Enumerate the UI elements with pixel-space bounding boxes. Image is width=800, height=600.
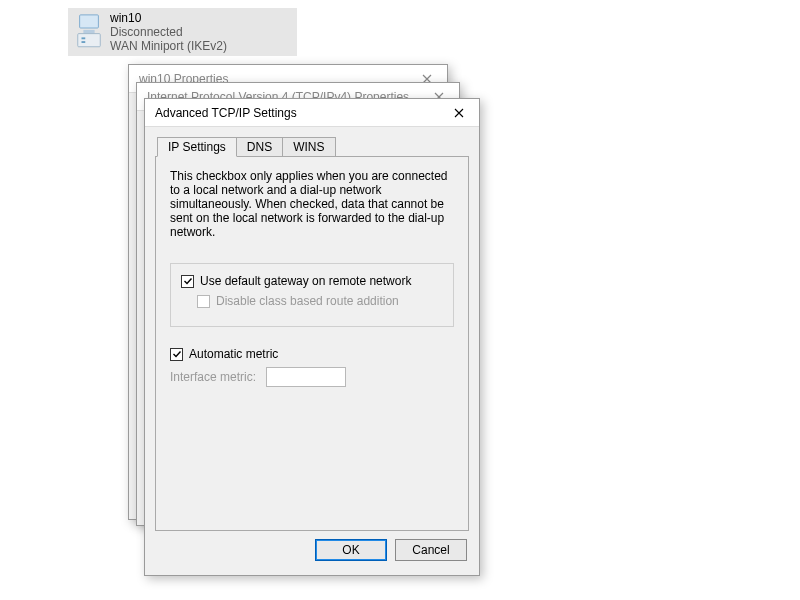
close-button[interactable] [439, 99, 479, 127]
interface-metric-row: Interface metric: [170, 367, 454, 387]
cancel-button[interactable]: Cancel [395, 539, 467, 561]
checkbox-label: Automatic metric [189, 347, 278, 361]
description-text: This checkbox only applies when you are … [170, 169, 454, 239]
network-adapter-icon [74, 12, 104, 52]
dialog-advanced-tcpip: Advanced TCP/IP Settings IP Settings DNS… [144, 98, 480, 576]
svg-rect-2 [78, 34, 101, 47]
checkbox-class-route: Disable class based route addition [197, 294, 443, 308]
tab-strip: IP Settings DNS WINS [157, 135, 469, 157]
gateway-group: Use default gateway on remote network Di… [170, 263, 454, 327]
checkbox-automatic-metric[interactable]: Automatic metric [170, 347, 454, 361]
connection-status: Disconnected [110, 25, 227, 39]
checkbox-label: Disable class based route addition [216, 294, 399, 308]
connection-name: win10 [110, 11, 227, 25]
svg-rect-4 [82, 41, 86, 43]
svg-rect-1 [83, 30, 94, 34]
svg-rect-0 [80, 15, 99, 28]
dialog-title: Advanced TCP/IP Settings [155, 106, 297, 120]
tab-wins[interactable]: WINS [282, 137, 335, 157]
interface-metric-input [266, 367, 346, 387]
tab-dns[interactable]: DNS [236, 137, 283, 157]
checkbox-icon [170, 348, 183, 361]
titlebar[interactable]: Advanced TCP/IP Settings [145, 99, 479, 127]
connection-text: win10 Disconnected WAN Miniport (IKEv2) [110, 11, 227, 53]
checkbox-label: Use default gateway on remote network [200, 274, 411, 288]
ok-button[interactable]: OK [315, 539, 387, 561]
connection-device: WAN Miniport (IKEv2) [110, 39, 227, 53]
dialog-body: IP Settings DNS WINS This checkbox only … [145, 127, 479, 575]
tab-page-ip-settings: This checkbox only applies when you are … [155, 156, 469, 531]
checkbox-default-gateway[interactable]: Use default gateway on remote network [181, 274, 443, 288]
interface-metric-label: Interface metric: [170, 370, 256, 384]
tab-ip-settings[interactable]: IP Settings [157, 137, 237, 157]
dialog-buttons: OK Cancel [155, 531, 469, 565]
connection-item[interactable]: win10 Disconnected WAN Miniport (IKEv2) [68, 8, 297, 56]
checkbox-icon [197, 295, 210, 308]
checkbox-icon [181, 275, 194, 288]
svg-rect-3 [82, 38, 86, 40]
